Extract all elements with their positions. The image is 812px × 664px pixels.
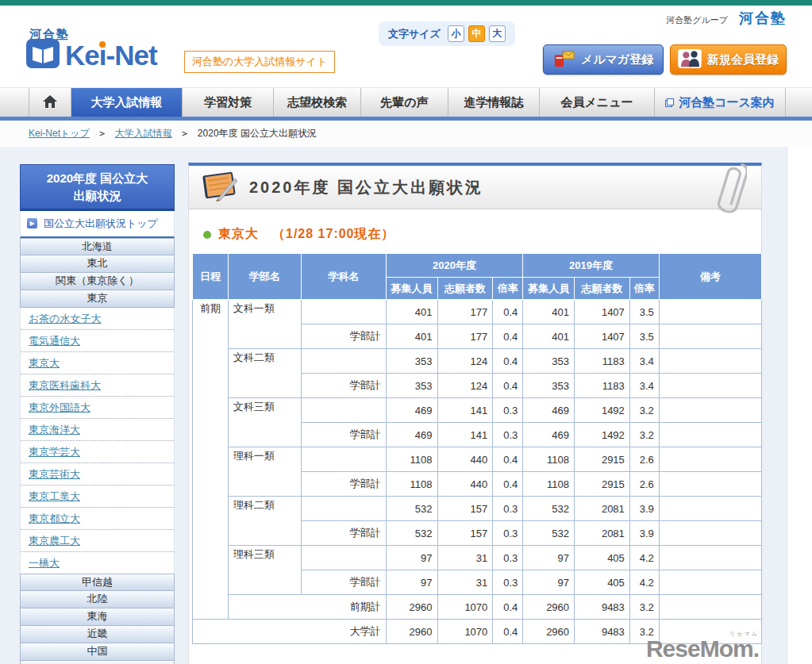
cell-value: 2915 — [575, 472, 630, 497]
tab-school-search[interactable]: 志望校検索 — [274, 88, 361, 117]
sidebar-region-chugoku[interactable]: 中国 — [20, 643, 175, 661]
breadcrumb-separator: ＞ — [98, 127, 107, 140]
cell-value: 0.3 — [493, 521, 523, 546]
cell-value: 1108 — [523, 472, 575, 497]
sidebar-item-university: 東京医科歯科大 — [21, 374, 174, 396]
col-header-applicants-2019: 志願者数 — [575, 278, 630, 300]
cell-value: 177 — [437, 300, 493, 324]
cell-remarks — [659, 497, 761, 521]
tab-university-exam-info[interactable]: 大学入試情報 — [71, 88, 183, 117]
tab-info-magazine[interactable]: 進学情報誌 — [448, 88, 540, 117]
cell-value: 405 — [575, 546, 630, 570]
main-nav: 大学入試情報 学習対策 志望校検索 先輩の声 進学情報誌 会員メニュー 河合塾コ… — [0, 87, 812, 117]
tab-senior-voices[interactable]: 先輩の声 — [361, 88, 448, 117]
cell-value: 3.5 — [629, 300, 659, 324]
tab-member-menu[interactable]: 会員メニュー — [540, 88, 655, 117]
newsletter-button[interactable]: メルマガ登録 — [543, 44, 664, 75]
sidebar-region-shikoku[interactable]: 四国 — [20, 661, 175, 664]
breadcrumb-section[interactable]: 大学入試情報 — [115, 127, 172, 140]
cell-schedule: 前期 — [193, 300, 229, 620]
table-row: 前期計296010700.4296094833.2 — [193, 595, 762, 620]
sidebar-region-tokyo[interactable]: 東京 — [20, 290, 175, 308]
sidebar-region-koshinetsu[interactable]: 甲信越 — [20, 574, 175, 591]
cell-remarks — [659, 447, 761, 472]
cell-value: 141 — [437, 398, 493, 423]
col-header-department: 学科名 — [302, 254, 386, 300]
book-icon — [26, 39, 60, 71]
keinet-logo[interactable]: Kei-Net — [26, 39, 157, 71]
sidebar-title: 2020年度 国公立大 出願状況 — [20, 164, 175, 211]
cell-value: 2960 — [523, 595, 575, 620]
cell-subtotal-label: 学部計 — [302, 423, 386, 447]
sidebar-region-tokai[interactable]: 東海 — [20, 608, 175, 626]
col-header-faculty: 学部名 — [228, 254, 301, 300]
col-header-ratio-2019: 倍率 — [629, 278, 659, 300]
col-header-capacity-2019: 募集人員 — [523, 278, 575, 300]
cell-value: 31 — [437, 546, 493, 570]
cell-value: 2960 — [523, 620, 575, 644]
people-icon — [678, 49, 702, 71]
cell-value: 124 — [437, 374, 493, 398]
cell-value: 0.3 — [493, 423, 523, 447]
breadcrumb-home[interactable]: Kei-Netトップ — [29, 127, 90, 140]
cell-remarks — [659, 521, 761, 546]
cell-value: 157 — [437, 521, 493, 546]
cell-value: 1492 — [575, 398, 630, 423]
cell-value: 405 — [575, 570, 630, 595]
cell-remarks — [659, 374, 761, 398]
cell-value: 0.3 — [493, 570, 523, 595]
sidebar-region-hokkaido[interactable]: 北海道 — [20, 238, 175, 255]
cell-value: 1492 — [575, 423, 630, 447]
sidebar-item-university: 東京農工大 — [21, 529, 174, 551]
cell-value: 124 — [437, 349, 493, 374]
cell-value: 97 — [523, 546, 575, 570]
cell-subtotal-label: 学部計 — [302, 374, 386, 398]
cell-department — [302, 447, 386, 472]
cell-remarks — [659, 324, 761, 349]
titlebar: 2020年度 国公立大出願状況 — [189, 166, 761, 209]
notebook-icon — [200, 169, 238, 205]
tab-course-guide[interactable]: 河合塾コース案内 — [655, 88, 786, 117]
register-button-label: 新規会員登録 — [707, 52, 779, 67]
tab-study-measures[interactable]: 学習対策 — [183, 88, 274, 117]
kawaijuku-logo[interactable]: 河合塾 — [739, 9, 787, 28]
sidebar-region-kanto[interactable]: 関東（東京除く） — [20, 273, 175, 290]
cell-value: 97 — [523, 570, 575, 595]
section-heading: 東京大 （1/28 17:00現在） — [203, 226, 761, 243]
sidebar-item-university: 東京芸術大 — [21, 462, 174, 485]
cell-department — [302, 398, 386, 423]
cell-value: 353 — [523, 374, 575, 398]
external-window-icon — [665, 96, 674, 109]
home-tab[interactable] — [29, 88, 71, 117]
cell-value: 2960 — [386, 595, 437, 620]
cell-value: 2915 — [575, 447, 630, 472]
sidebar-item-university: お茶の水女子大 — [21, 308, 174, 329]
cell-value: 1407 — [575, 324, 630, 349]
cell-faculty: 理科二類 — [228, 497, 301, 546]
cell-value: 2.6 — [629, 447, 659, 472]
cell-value: 2081 — [575, 497, 630, 521]
cell-value: 2.6 — [629, 472, 659, 497]
paperclip-icon — [714, 156, 747, 226]
cell-value: 532 — [523, 497, 575, 521]
cell-value: 0.3 — [493, 497, 523, 521]
register-button[interactable]: 新規会員登録 — [670, 44, 787, 75]
sidebar-item-university: 東京学芸大 — [21, 440, 174, 462]
cell-value: 401 — [386, 300, 437, 324]
cell-value: 440 — [437, 447, 493, 472]
sidebar-item-top[interactable]: ▶ 国公立大出願状況トップ — [20, 211, 175, 238]
content-area: 2020年度 国公立大 出願状況 ▶ 国公立大出願状況トップ 北海道 東北 関東… — [0, 147, 787, 664]
cell-value: 0.3 — [493, 546, 523, 570]
cell-faculty: 文科一類 — [228, 300, 301, 349]
fontsize-medium-button[interactable]: 中 — [468, 25, 485, 42]
sidebar-region-kinki[interactable]: 近畿 — [20, 626, 175, 643]
fontsize-small-button[interactable]: 小 — [448, 25, 464, 42]
cell-faculty: 文科二類 — [228, 349, 301, 398]
cell-value: 9483 — [575, 595, 630, 620]
sidebar-region-hokuriku[interactable]: 北陸 — [20, 591, 175, 608]
cell-value: 353 — [523, 349, 575, 374]
fontsize-large-button[interactable]: 大 — [489, 25, 506, 42]
sidebar-region-tohoku[interactable]: 東北 — [20, 255, 175, 273]
table-row: 前期文科一類4011770.440114073.5 — [193, 300, 762, 324]
cell-value: 3.4 — [629, 374, 659, 398]
